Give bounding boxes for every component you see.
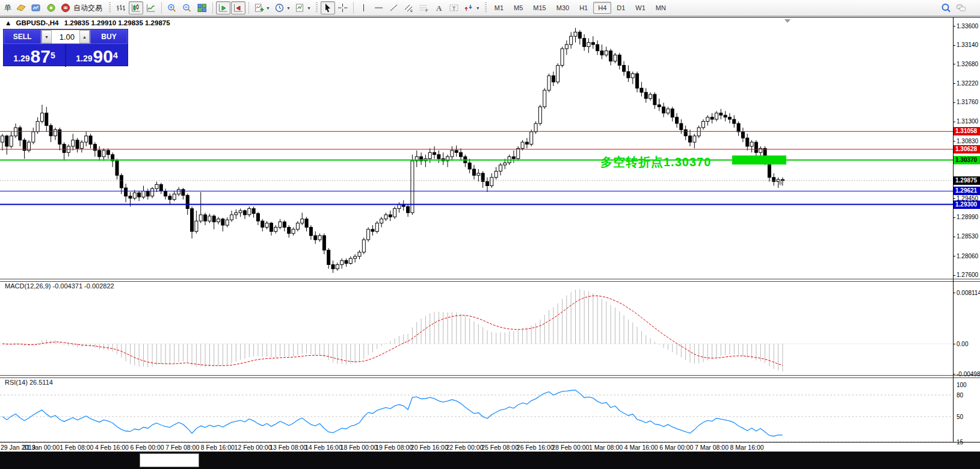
macd-tick-mark [953, 374, 955, 374]
volume-decrease-button[interactable]: ▼ [42, 30, 52, 43]
macd-tick-label: -0.004986 [957, 371, 980, 377]
time-axis-label: 12 Feb 00:00 [235, 444, 272, 451]
time-axis-label: 22 Feb 00:00 [446, 444, 483, 451]
toolbar-drag-handle[interactable] [316, 2, 318, 13]
price-tick-mark [953, 102, 955, 103]
chart-canvas[interactable] [0, 17, 980, 452]
cursor-icon [322, 3, 333, 13]
text-button[interactable]: A [432, 1, 446, 14]
pivot-annotation-text: 多空转折点1.30370 [600, 154, 711, 170]
periods-button[interactable]: ▼ [273, 1, 292, 14]
autotrading-button[interactable]: 自动交易 [59, 1, 106, 14]
one-click-trading-panel: SELL ▼ 1.00 ▲ BUY 1.29875 1.29904 [3, 29, 128, 66]
main-toolbar: 单自动交易▼▼▼EFAT▼M1M5M15M30H1H4D1W1MN [0, 0, 980, 16]
buy-price[interactable]: 1.29904 [66, 44, 128, 67]
autoscroll-icon [218, 3, 229, 13]
timeframe-m1-button[interactable]: M1 [490, 2, 508, 14]
cursor-button[interactable] [321, 1, 335, 14]
arrows-button[interactable]: ▼ [462, 1, 482, 14]
scroll-to-end-icon[interactable] [784, 19, 790, 23]
line-chart-button[interactable] [144, 1, 158, 14]
chart-window[interactable]: ▲ GBPUSD-,H4 1.29835 1.29910 1.29835 1.2… [0, 17, 980, 452]
timeframe-h1-button[interactable]: H1 [575, 2, 593, 14]
price-tick-label: 1.28060 [957, 253, 978, 259]
candlestick-chart-button[interactable] [129, 1, 143, 14]
templates-icon [295, 3, 306, 13]
svg-text:T: T [452, 5, 456, 11]
symbol-search-icon [941, 3, 952, 13]
price-tick-label: 1.31760 [957, 99, 978, 105]
new-order-button[interactable] [14, 1, 28, 14]
fibonacci-button[interactable]: F [417, 1, 431, 14]
templates-button[interactable]: ▼ [293, 1, 313, 14]
symbol-search-button[interactable] [939, 1, 954, 14]
chart-ohlc-values: 1.29835 1.29910 1.29835 1.29875 [64, 19, 170, 26]
price-tick-label: 1.32220 [957, 80, 978, 87]
collapse-arrow-icon[interactable]: ▲ [5, 19, 11, 26]
new-order-icon [16, 3, 26, 13]
indicators-button[interactable]: ▼ [252, 1, 272, 14]
buy-price-pips: 90 [93, 48, 113, 65]
timeframe-m15-button[interactable]: M15 [528, 2, 550, 14]
price-tick-mark [953, 217, 955, 218]
chart-window-button[interactable] [29, 1, 43, 14]
price-tick-mark [953, 256, 955, 256]
zoom-out-button[interactable] [180, 1, 194, 14]
timeframe-w1-button[interactable]: W1 [630, 2, 650, 14]
bottom-bar [0, 452, 980, 469]
sell-price[interactable]: 1.29875 [4, 44, 66, 67]
sell-button[interactable]: SELL [4, 30, 41, 44]
pane-separator[interactable] [0, 279, 980, 282]
price-tick-label: 1.30830 [957, 138, 978, 144]
price-tick-mark [953, 122, 955, 122]
bar-chart-button[interactable] [114, 1, 128, 14]
time-axis-label: 31 Jan 00:00 [23, 444, 60, 451]
chart-title: ▲ GBPUSD-,H4 1.29835 1.29910 1.29835 1.2… [5, 19, 170, 26]
price-tick-label: 1.32680 [957, 61, 978, 67]
price-tick-mark [953, 26, 955, 26]
price-tick-mark [953, 275, 955, 276]
rsi-tick-label: 15 [957, 439, 963, 446]
vertical-line-icon [359, 3, 369, 13]
volume-increase-button[interactable]: ▲ [79, 30, 90, 43]
price-axis-line [953, 17, 954, 442]
time-axis-label: 6 Feb 00:00 [131, 444, 164, 451]
time-axis-label: 6 Mar 00:00 [659, 444, 693, 451]
macd-tick-mark [953, 293, 955, 293]
toolbar-separator [212, 2, 213, 14]
bottom-bar-item[interactable] [140, 453, 199, 467]
chat-button[interactable] [954, 1, 969, 14]
timeframe-d1-button[interactable]: D1 [612, 2, 630, 14]
chart-shift-button[interactable] [231, 1, 245, 14]
timeframe-m30-button[interactable]: M30 [552, 2, 574, 14]
buy-button[interactable]: BUY [90, 30, 128, 44]
toolbar-drag-handle[interactable] [109, 2, 111, 13]
crosshair-button[interactable] [336, 1, 350, 14]
timeframe-mn-button[interactable]: MN [651, 2, 671, 14]
trendline-button[interactable] [387, 1, 401, 14]
horizontal-line-button[interactable] [372, 1, 386, 14]
price-tick-label: 1.31300 [957, 118, 978, 125]
time-axis-label: 20 Feb 16:00 [411, 444, 448, 451]
channel-button[interactable]: E [402, 1, 416, 14]
partial-menu-label[interactable]: 单 [2, 3, 13, 13]
text-label-button[interactable]: T [447, 1, 461, 14]
timeframe-m5-button[interactable]: M5 [509, 2, 528, 14]
price-tag: 1.29300 [954, 200, 980, 209]
zoom-in-button[interactable] [165, 1, 179, 14]
tile-windows-button[interactable] [195, 1, 209, 14]
toolbar-drag-handle[interactable] [485, 2, 487, 13]
time-axis-label: 1 Mar 08:00 [589, 444, 623, 451]
volume-input[interactable]: 1.00 [52, 30, 79, 43]
timeframe-h4-button[interactable]: H4 [593, 2, 611, 14]
vertical-line-button[interactable] [357, 1, 371, 14]
autoscroll-button[interactable] [216, 1, 230, 14]
fibonacci-icon: F [419, 3, 430, 13]
zoom-out-icon [182, 3, 193, 13]
macd-label: MACD(12,26,9) -0.004371 -0.002822 [5, 282, 114, 290]
time-axis-label: 8 Mar 16:00 [730, 444, 764, 451]
toolbar-separator [161, 2, 162, 14]
pane-separator[interactable] [0, 375, 980, 378]
broadcast-button[interactable] [44, 1, 58, 14]
volume-stepper: ▼ 1.00 ▲ [41, 30, 90, 44]
